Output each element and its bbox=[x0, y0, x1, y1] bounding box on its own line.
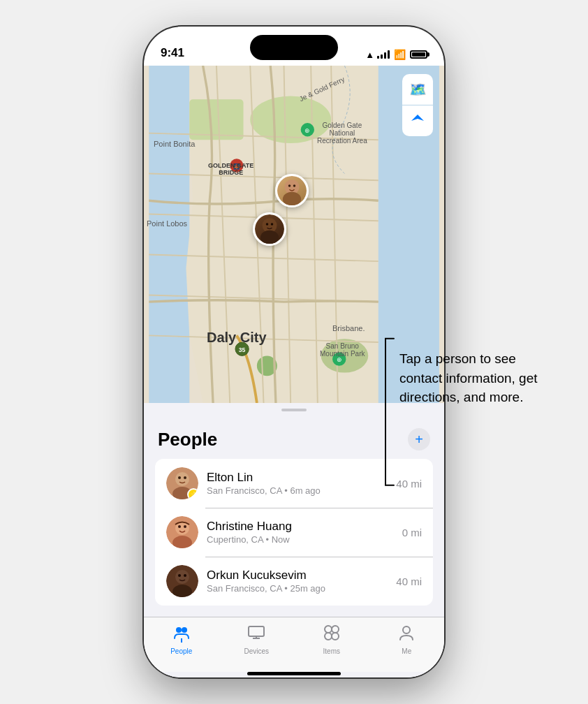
items-tab-icon bbox=[322, 623, 341, 645]
tab-items[interactable]: Items bbox=[294, 623, 369, 655]
signal-bar-1 bbox=[377, 56, 379, 59]
svg-point-51 bbox=[182, 627, 187, 633]
svg-point-59 bbox=[332, 633, 339, 640]
annotation-container: Tap a person to see contact information,… bbox=[399, 349, 546, 407]
location-button[interactable] bbox=[402, 105, 433, 136]
person-detail-elton: San Francisco, CA • 6m ago bbox=[207, 485, 396, 497]
location-indicator: ▲ bbox=[365, 50, 374, 60]
tab-label-people: People bbox=[170, 647, 192, 655]
tab-label-me: Me bbox=[402, 647, 411, 655]
map-view-button[interactable]: 🗺️ bbox=[402, 74, 433, 105]
home-bar bbox=[247, 672, 341, 675]
map-label-san-bruno: San BrunoMountain Park bbox=[320, 342, 365, 358]
svg-point-30 bbox=[293, 184, 296, 187]
battery-fill bbox=[412, 52, 425, 57]
tab-bar: People Devices bbox=[144, 617, 444, 672]
svg-point-58 bbox=[325, 633, 332, 640]
bottom-sheet: People + bbox=[144, 417, 444, 677]
map-label-ggbridge: GOLDEN GATEBRIDGE bbox=[208, 162, 253, 176]
svg-point-34 bbox=[271, 223, 274, 226]
svg-point-38 bbox=[178, 476, 181, 479]
map-label-point-lobos: Point Lobos bbox=[147, 219, 187, 228]
avatar-elton: ⭐ bbox=[166, 467, 198, 499]
svg-rect-5 bbox=[189, 99, 243, 140]
me-tab-icon bbox=[397, 623, 416, 645]
person-info-elton: Elton Lin San Francisco, CA • 6m ago bbox=[207, 470, 396, 497]
tab-me[interactable]: Me bbox=[369, 623, 445, 655]
status-bar: 9:41 ▲ 📶 bbox=[144, 27, 444, 66]
signal-bars bbox=[377, 50, 390, 59]
svg-point-48 bbox=[178, 574, 181, 577]
svg-point-60 bbox=[403, 626, 410, 633]
tab-label-devices: Devices bbox=[244, 647, 269, 655]
people-section-title: People bbox=[158, 429, 217, 450]
svg-point-50 bbox=[176, 627, 182, 633]
person-item-christine[interactable]: Christine Huang Cupertino, CA • Now 0 mi bbox=[155, 508, 433, 557]
map-label-daly-city: Daly City bbox=[207, 330, 267, 346]
favorite-badge-elton: ⭐ bbox=[187, 488, 198, 499]
status-icons: 📶 bbox=[377, 49, 427, 60]
person-distance-elton: 40 mi bbox=[396, 478, 422, 490]
svg-point-43 bbox=[178, 525, 181, 528]
wifi-icon: 📶 bbox=[394, 49, 406, 60]
avatar-christine bbox=[166, 516, 198, 548]
people-header: People + bbox=[144, 417, 444, 459]
dynamic-island bbox=[250, 35, 338, 60]
person-name-elton: Elton Lin bbox=[207, 470, 396, 485]
tab-people[interactable]: People bbox=[144, 623, 219, 655]
svg-point-33 bbox=[266, 223, 269, 226]
tab-label-items: Items bbox=[323, 647, 340, 655]
pull-bar bbox=[281, 409, 307, 411]
add-person-button[interactable]: + bbox=[408, 428, 430, 450]
person-detail-orkun: San Francisco, CA • 25m ago bbox=[207, 583, 396, 595]
svg-point-29 bbox=[288, 184, 291, 187]
svg-text:35: 35 bbox=[239, 346, 246, 353]
people-tab-icon bbox=[172, 623, 191, 645]
svg-rect-53 bbox=[249, 626, 264, 636]
svg-point-44 bbox=[184, 525, 186, 528]
person-detail-christine: Cupertino, CA • Now bbox=[207, 534, 402, 546]
svg-text:⊕: ⊕ bbox=[304, 127, 310, 134]
svg-point-32 bbox=[260, 230, 279, 245]
person-name-christine: Christine Huang bbox=[207, 519, 402, 534]
svg-point-36 bbox=[175, 472, 189, 486]
map-label-brisbane: Brisbane. bbox=[332, 324, 365, 332]
svg-point-46 bbox=[175, 570, 189, 584]
svg-point-28 bbox=[283, 192, 301, 207]
svg-point-57 bbox=[332, 626, 339, 633]
svg-rect-2 bbox=[149, 66, 189, 403]
signal-bar-3 bbox=[384, 52, 386, 59]
annotation-text: Tap a person to see contact information,… bbox=[399, 349, 546, 407]
battery-icon bbox=[410, 50, 427, 59]
svg-point-56 bbox=[325, 626, 332, 633]
person-name-orkun: Orkun Kucuksevim bbox=[207, 568, 396, 583]
map-avatar-elton bbox=[275, 174, 309, 207]
map-avatar-orkun bbox=[253, 212, 286, 246]
person-info-orkun: Orkun Kucuksevim San Francisco, CA • 25m… bbox=[207, 568, 396, 595]
signal-bar-4 bbox=[388, 50, 390, 59]
map-label-point-bonita: Point Bonita bbox=[154, 140, 195, 148]
signal-bar-2 bbox=[381, 54, 383, 59]
person-info-christine: Christine Huang Cupertino, CA • Now bbox=[207, 519, 402, 546]
bracket-icon bbox=[380, 335, 397, 489]
tab-devices[interactable]: Devices bbox=[219, 623, 295, 655]
svg-point-39 bbox=[184, 476, 186, 479]
person-distance-christine: 0 mi bbox=[402, 527, 422, 538]
devices-tab-icon bbox=[247, 623, 266, 645]
svg-point-49 bbox=[184, 574, 186, 577]
person-item-orkun[interactable]: Orkun Kucuksevim San Francisco, CA • 25m… bbox=[155, 557, 433, 606]
person-distance-orkun: 40 mi bbox=[396, 575, 422, 587]
map-label-ggnra: Golden GateNationalRecreation Area bbox=[317, 122, 367, 145]
map-buttons: 🗺️ bbox=[402, 74, 433, 136]
avatar-orkun bbox=[166, 565, 198, 597]
home-indicator bbox=[144, 672, 444, 677]
